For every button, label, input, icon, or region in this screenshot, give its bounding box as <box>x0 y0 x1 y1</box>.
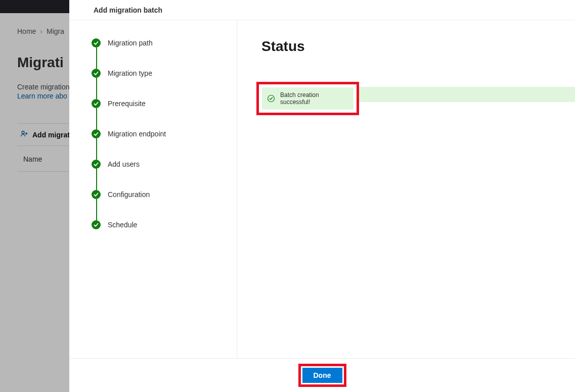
success-message: Batch creation successful! <box>280 91 348 106</box>
wizard-steps-pane: Migration path Migration type Prerequisi… <box>69 20 237 358</box>
modal-title: Add migration batch <box>94 6 162 14</box>
status-heading: Status <box>261 38 551 55</box>
wizard-steps-list: Migration path Migration type Prerequisi… <box>92 38 214 229</box>
step-label: Migration type <box>108 69 152 77</box>
wizard-step-schedule[interactable]: Schedule <box>92 220 214 229</box>
success-check-icon <box>267 94 275 103</box>
checkmark-icon <box>92 190 101 199</box>
modal-header: Add migration batch <box>69 0 575 20</box>
step-label: Migration path <box>108 39 153 47</box>
wizard-step-add-users[interactable]: Add users <box>92 160 214 190</box>
success-highlight: Batch creation successful! <box>256 82 359 115</box>
modal-content-pane: Status Batch creation successful! <box>237 20 575 358</box>
done-highlight: Done <box>298 364 346 387</box>
success-banner-background <box>359 87 575 102</box>
wizard-step-migration-type[interactable]: Migration type <box>92 69 214 99</box>
modal-footer: Done <box>69 358 575 392</box>
wizard-step-prerequisite[interactable]: Prerequisite <box>92 99 214 129</box>
step-label: Add users <box>108 160 140 168</box>
checkmark-icon <box>92 129 101 138</box>
done-button[interactable]: Done <box>302 368 342 383</box>
add-migration-batch-modal: Add migration batch Migration path Migra… <box>69 0 575 392</box>
step-label: Prerequisite <box>108 100 146 108</box>
success-banner: Batch creation successful! <box>262 87 353 110</box>
wizard-step-configuration[interactable]: Configuration <box>92 190 214 220</box>
wizard-step-migration-path[interactable]: Migration path <box>92 38 214 69</box>
checkmark-icon <box>92 99 101 108</box>
checkmark-icon <box>92 220 101 229</box>
checkmark-icon <box>92 38 101 47</box>
checkmark-icon <box>92 69 101 78</box>
checkmark-icon <box>92 160 101 169</box>
step-label: Configuration <box>108 190 150 199</box>
wizard-step-migration-endpoint[interactable]: Migration endpoint <box>92 129 214 160</box>
step-label: Schedule <box>108 221 137 229</box>
step-label: Migration endpoint <box>108 130 166 138</box>
